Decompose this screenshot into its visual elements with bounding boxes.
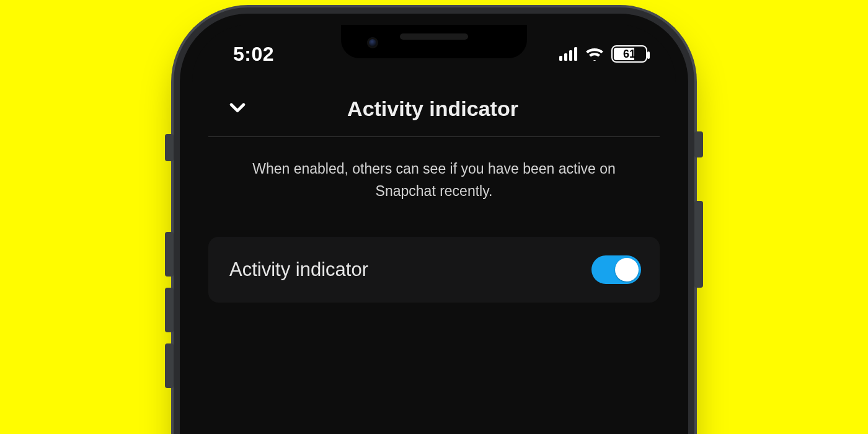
phone-frame: 5:02 [180,14,688,434]
nav-bar: Activity indicator [208,81,660,137]
status-time: 5:02 [233,43,274,66]
activity-indicator-toggle[interactable] [591,255,641,284]
device-notch [341,25,527,58]
svg-rect-0 [559,56,562,61]
setting-description: When enabled, others can see if you have… [192,137,676,202]
cellular-signal-icon [559,47,578,61]
battery-indicator: 61 [611,45,647,63]
status-indicators: 61 [559,45,647,63]
front-camera-icon [367,37,378,48]
volume-up-button [165,232,174,277]
volume-down-button [165,288,174,332]
toggle-knob [615,258,639,281]
activity-indicator-row[interactable]: Activity indicator [208,237,660,303]
volume-down-button-2 [165,343,174,388]
mute-switch [165,134,174,161]
battery-percent-label: 61 [623,48,636,61]
svg-rect-2 [569,50,572,61]
screen: 5:02 [192,25,676,434]
activity-indicator-label: Activity indicator [229,259,368,281]
side-accent [694,131,703,157]
power-button [694,201,703,288]
page-title: Activity indicator [223,97,642,121]
svg-rect-3 [574,47,577,61]
wifi-icon [585,47,604,61]
earpiece-speaker-icon [400,33,468,40]
svg-rect-1 [564,53,567,61]
